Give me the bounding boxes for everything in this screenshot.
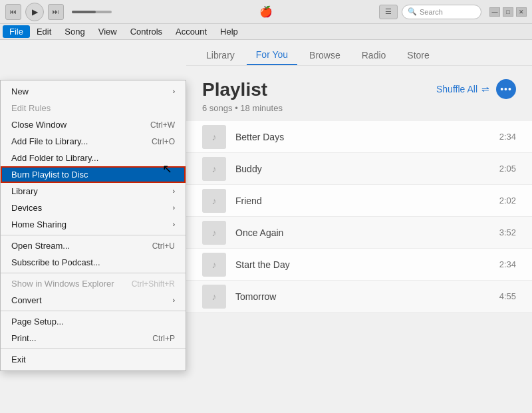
separator bbox=[1, 235, 186, 235]
song-thumbnail: ♪ bbox=[202, 221, 226, 245]
menu-item-library[interactable]: Library › bbox=[1, 183, 186, 200]
shuffle-all-button[interactable]: Shuffle All ⇌ bbox=[436, 84, 489, 94]
song-row[interactable]: ♪ Once Again 3:52 bbox=[186, 217, 532, 249]
song-duration: 2:05 bbox=[499, 164, 516, 174]
menu-item-devices[interactable]: Devices › bbox=[1, 200, 186, 216]
tab-for-you[interactable]: For You bbox=[247, 45, 297, 65]
menu-item-new[interactable]: New › bbox=[1, 83, 186, 100]
menu-edit[interactable]: Edit bbox=[30, 25, 58, 38]
menu-item-burn-playlist[interactable]: Burn Playlist to Disc bbox=[1, 166, 186, 183]
song-row[interactable]: ♪ Buddy 2:05 bbox=[186, 153, 532, 185]
menu-item-show-windows: Show in Windows Explorer Ctrl+Shift+R bbox=[1, 275, 186, 292]
menu-item-subscribe-podcast[interactable]: Subscribe to Podcast... bbox=[1, 254, 186, 271]
tab-browse[interactable]: Browse bbox=[300, 46, 350, 65]
song-duration: 3:52 bbox=[499, 227, 516, 237]
arrow-icon: › bbox=[173, 221, 175, 228]
song-row[interactable]: ♪ Start the Day 2:34 bbox=[186, 249, 532, 281]
menu-controls[interactable]: Controls bbox=[124, 25, 169, 38]
song-title: Start the Day bbox=[235, 259, 499, 270]
search-box[interactable]: 🔍 Search bbox=[402, 5, 481, 19]
menu-song[interactable]: Song bbox=[58, 25, 91, 38]
song-row[interactable]: ♪ Friend 2:02 bbox=[186, 185, 532, 217]
menu-item-open-stream[interactable]: Open Stream... Ctrl+U bbox=[1, 237, 186, 254]
search-icon: 🔍 bbox=[408, 7, 417, 16]
separator bbox=[1, 273, 186, 273]
maximize-button[interactable]: □ bbox=[503, 7, 513, 17]
playback-controls: ⏮ ▶ ⏭ bbox=[5, 3, 112, 21]
song-duration: 2:34 bbox=[499, 132, 516, 142]
playlist-meta: 6 songs • 18 minutes bbox=[202, 103, 283, 113]
song-row[interactable]: ♪ Better Days 2:34 bbox=[186, 121, 532, 153]
arrow-icon: › bbox=[173, 188, 175, 195]
playlist-info: Playlist 6 songs • 18 minutes bbox=[202, 79, 283, 113]
song-title: Tomorrow bbox=[235, 291, 499, 302]
more-options-button[interactable]: ••• bbox=[496, 79, 516, 99]
close-button[interactable]: ✕ bbox=[516, 7, 527, 17]
song-duration: 2:02 bbox=[499, 196, 516, 206]
song-thumbnail: ♪ bbox=[202, 285, 226, 309]
song-title: Better Days bbox=[235, 132, 499, 142]
song-title: Buddy bbox=[235, 164, 499, 174]
tab-library[interactable]: Library bbox=[197, 46, 244, 65]
song-duration: 2:34 bbox=[499, 259, 516, 269]
song-thumbnail: ♪ bbox=[202, 189, 226, 213]
song-title: Once Again bbox=[235, 227, 499, 238]
song-list: ♪ Better Days 2:34 ♪ Buddy 2:05 ♪ Friend… bbox=[186, 121, 532, 413]
playlist-title: Playlist bbox=[202, 79, 283, 100]
menu-file[interactable]: File bbox=[3, 25, 30, 38]
playlist-actions: Shuffle All ⇌ ••• bbox=[436, 79, 516, 99]
nav-tabs: Library For You Browse Radio Store bbox=[186, 40, 532, 66]
shuffle-icon: ⇌ bbox=[481, 84, 489, 94]
main-content: New › Edit Rules Close Window Ctrl+W Add… bbox=[0, 40, 532, 413]
song-thumbnail: ♪ bbox=[202, 157, 226, 181]
volume-slider[interactable] bbox=[72, 11, 112, 13]
separator bbox=[1, 348, 186, 349]
window-controls: — □ ✕ bbox=[489, 7, 527, 17]
menu-item-close-window[interactable]: Close Window Ctrl+W bbox=[1, 116, 186, 133]
song-duration: 4:55 bbox=[499, 291, 516, 301]
menu-item-add-file[interactable]: Add File to Library... Ctrl+O bbox=[1, 133, 186, 150]
tab-radio[interactable]: Radio bbox=[352, 46, 396, 65]
song-title: Friend bbox=[235, 196, 499, 206]
rewind-button[interactable]: ⏮ bbox=[5, 4, 21, 20]
apple-logo-icon: 🍎 bbox=[259, 5, 273, 18]
menu-help[interactable]: Help bbox=[213, 25, 245, 38]
title-bar-right: ☰ 🔍 Search — □ ✕ bbox=[379, 5, 527, 19]
arrow-icon: › bbox=[173, 88, 175, 95]
song-row[interactable]: ♪ Tomorrow 4:55 bbox=[186, 281, 532, 313]
arrow-icon: › bbox=[173, 297, 175, 304]
menu-item-convert[interactable]: Convert › bbox=[1, 292, 186, 309]
tab-store[interactable]: Store bbox=[398, 46, 438, 65]
menu-item-page-setup[interactable]: Page Setup... bbox=[1, 313, 186, 330]
arrow-icon: › bbox=[173, 204, 175, 211]
file-dropdown-menu: New › Edit Rules Close Window Ctrl+W Add… bbox=[0, 80, 186, 371]
menu-view[interactable]: View bbox=[92, 25, 124, 38]
fast-forward-button[interactable]: ⏭ bbox=[48, 4, 64, 20]
title-bar: ⏮ ▶ ⏭ 🍎 ☰ 🔍 Search — □ ✕ bbox=[0, 0, 532, 24]
list-view-icon[interactable]: ☰ bbox=[379, 5, 398, 19]
menu-item-add-folder[interactable]: Add Folder to Library... bbox=[1, 150, 186, 166]
menu-bar: File Edit Song View Controls Account Hel… bbox=[0, 24, 532, 40]
search-placeholder: Search bbox=[420, 8, 443, 16]
menu-item-home-sharing[interactable]: Home Sharing › bbox=[1, 216, 186, 233]
playlist-header: Playlist 6 songs • 18 minutes Shuffle Al… bbox=[186, 66, 532, 121]
menu-item-exit[interactable]: Exit bbox=[1, 351, 186, 368]
song-thumbnail: ♪ bbox=[202, 253, 226, 277]
menu-item-print[interactable]: Print... Ctrl+P bbox=[1, 330, 186, 346]
menu-item-edit-rules: Edit Rules bbox=[1, 100, 186, 116]
menu-account[interactable]: Account bbox=[169, 25, 213, 38]
minimize-button[interactable]: — bbox=[489, 7, 500, 17]
play-button[interactable]: ▶ bbox=[25, 3, 44, 21]
song-thumbnail: ♪ bbox=[202, 125, 226, 149]
separator bbox=[1, 311, 186, 311]
